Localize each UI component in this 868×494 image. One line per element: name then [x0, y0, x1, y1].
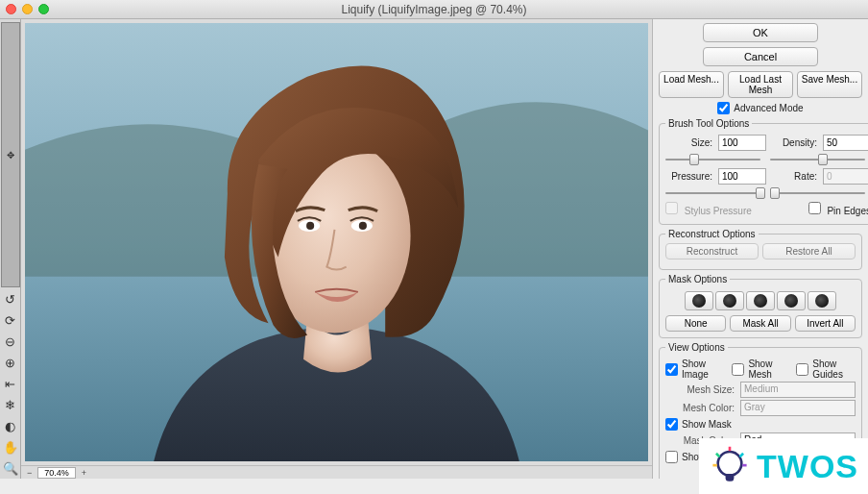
mesh-color-select: Gray — [740, 400, 856, 416]
status-bar: − 70.4% + — [21, 465, 652, 479]
show-guides-checkbox[interactable] — [796, 363, 808, 376]
lightbulb-icon — [709, 445, 751, 487]
load-last-mesh-button[interactable]: Load Last Mesh — [728, 71, 793, 98]
svg-line-9 — [740, 454, 744, 457]
minimize-icon[interactable] — [22, 4, 33, 14]
invert-all-button[interactable]: Invert All — [795, 315, 856, 332]
brush-tool-options: Brush Tool Options Size: Density: Pressu… — [659, 118, 868, 225]
portrait-svg — [25, 23, 648, 461]
mask-subtract-icon[interactable] — [746, 291, 775, 310]
advanced-mode-label: Advanced Mode — [734, 103, 803, 113]
size-input[interactable] — [718, 135, 766, 151]
density-input[interactable] — [823, 135, 868, 151]
window-controls — [6, 4, 49, 14]
zoom-icon[interactable] — [38, 4, 49, 14]
mask-replace-icon[interactable] — [685, 291, 713, 310]
thaw-mask-tool-icon[interactable]: ◐ — [1, 416, 20, 435]
density-label: Density: — [770, 137, 823, 148]
stylus-pressure-label: Stylus Pressure — [685, 206, 752, 216]
mesh-size-select: Medium — [740, 382, 856, 398]
mask-all-button[interactable]: Mask All — [730, 315, 790, 332]
title-bar: Liquify (LiquifyImage.jpeg @ 70.4%) — [0, 0, 868, 19]
freeze-mask-tool-icon[interactable]: ❄ — [1, 395, 20, 414]
pucker-tool-icon[interactable]: ⊖ — [1, 332, 20, 351]
pin-edges-label: Pin Edges — [827, 206, 868, 216]
reconstruct-tool-icon[interactable]: ↺ — [1, 289, 20, 309]
bloat-tool-icon[interactable]: ⊕ — [1, 353, 20, 372]
watermark-text: TWOS — [757, 448, 858, 485]
mask-options: Mask Options None Mask All Invert All — [659, 274, 862, 338]
close-icon[interactable] — [6, 4, 16, 14]
show-guides-label: Show Guides — [812, 358, 856, 380]
pin-edges-checkbox[interactable] — [808, 202, 821, 214]
rate-label: Rate: — [770, 171, 823, 182]
show-mask-label: Show Mask — [682, 419, 732, 430]
load-mesh-button[interactable]: Load Mesh... — [659, 71, 724, 98]
pressure-label: Pressure: — [665, 171, 718, 182]
hand-tool-icon[interactable]: ✋ — [1, 437, 20, 457]
advanced-mode-checkbox[interactable] — [717, 102, 730, 114]
show-image-checkbox[interactable] — [665, 363, 678, 376]
save-mesh-button[interactable]: Save Mesh... — [797, 71, 862, 98]
zoom-out-icon[interactable]: − — [27, 468, 32, 478]
reconstruct-button: Reconstruct — [665, 243, 759, 259]
zoom-level[interactable]: 70.4% — [37, 467, 76, 479]
show-mesh-checkbox[interactable] — [732, 363, 744, 376]
svg-line-8 — [716, 454, 720, 457]
mask-invert-icon[interactable] — [808, 291, 836, 310]
window-title: Liquify (LiquifyImage.jpeg @ 70.4%) — [0, 3, 868, 16]
pressure-input[interactable] — [718, 168, 766, 185]
forward-warp-tool-icon[interactable]: ✥ — [1, 22, 20, 287]
watermark: TWOS — [699, 438, 868, 494]
size-slider[interactable] — [665, 153, 760, 166]
rate-input — [823, 168, 868, 185]
mask-intersect-icon[interactable] — [777, 291, 806, 310]
density-slider[interactable] — [770, 153, 865, 166]
brush-legend: Brush Tool Options — [665, 118, 752, 129]
canvas-wrap: − 70.4% + — [21, 19, 652, 479]
rate-slider — [770, 186, 865, 200]
zoom-in-icon[interactable]: + — [82, 468, 86, 478]
reconstruct-options: Reconstruct Options Reconstruct Restore … — [659, 229, 862, 270]
mask-add-icon[interactable] — [715, 291, 744, 310]
pressure-slider[interactable] — [665, 186, 760, 200]
image-canvas[interactable] — [25, 23, 648, 461]
svg-point-5 — [359, 222, 367, 230]
zoom-tool-icon[interactable]: 🔍 — [1, 458, 20, 478]
stylus-pressure-checkbox — [665, 202, 678, 214]
mask-none-button[interactable]: None — [665, 315, 726, 332]
show-mask-checkbox[interactable] — [665, 418, 678, 431]
show-image-label: Show Image — [682, 358, 722, 380]
mask-legend: Mask Options — [665, 274, 730, 284]
reconstruct-legend: Reconstruct Options — [665, 229, 759, 239]
size-label: Size: — [665, 137, 718, 148]
push-left-tool-icon[interactable]: ⇤ — [1, 374, 20, 393]
ok-button[interactable]: OK — [703, 23, 818, 42]
svg-point-4 — [306, 222, 314, 230]
cancel-button[interactable]: Cancel — [703, 47, 818, 66]
tool-column: ✥ ↺ ⟳ ⊖ ⊕ ⇤ ❄ ◐ ✋ 🔍 — [0, 19, 21, 479]
svg-point-6 — [718, 452, 742, 476]
options-panel: OK Cancel Load Mesh... Load Last Mesh Sa… — [652, 19, 868, 479]
main-area: ✥ ↺ ⟳ ⊖ ⊕ ⇤ ❄ ◐ ✋ 🔍 — [0, 19, 868, 479]
mesh-size-label: Mesh Size: — [665, 384, 740, 395]
show-mesh-label: Show Mesh — [748, 358, 785, 380]
twirl-tool-icon[interactable]: ⟳ — [1, 310, 20, 330]
show-backdrop-checkbox[interactable] — [665, 451, 678, 463]
restore-all-button: Restore All — [762, 243, 856, 259]
view-legend: View Options — [665, 342, 728, 353]
mesh-color-label: Mesh Color: — [665, 403, 740, 413]
